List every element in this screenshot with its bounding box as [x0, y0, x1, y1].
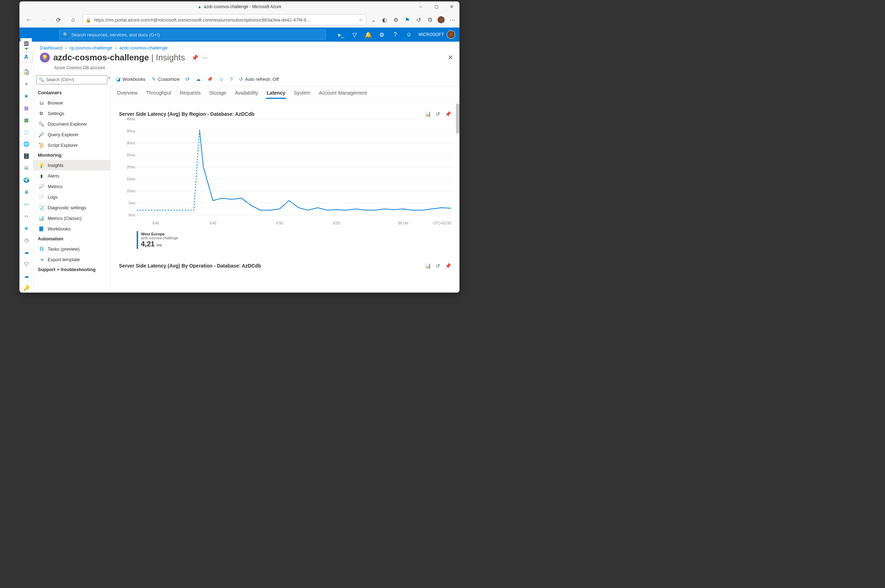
tab-requests[interactable]: Requests: [179, 88, 201, 99]
settings-icon[interactable]: ⚙: [378, 30, 386, 39]
key-icon[interactable]: 🔑: [22, 284, 31, 292]
all-services-icon[interactable]: ≡: [22, 80, 31, 88]
cmd-workbooks[interactable]: ◪Workbooks: [116, 76, 146, 82]
shield-icon[interactable]: 🛡: [22, 260, 31, 268]
url-bar[interactable]: 🔒 https://ms.portal.azure.com/#@microsof…: [82, 14, 366, 26]
metrics-icon[interactable]: 📊: [425, 111, 431, 117]
maximize-button[interactable]: ▢: [428, 2, 444, 12]
cloud-up-icon[interactable]: ☁: [22, 248, 31, 256]
app-services-icon[interactable]: ◫: [22, 128, 31, 136]
nav-item-export-template[interactable]: ⇥Export template: [33, 254, 110, 265]
forward-button[interactable]: →: [38, 14, 49, 26]
home-button[interactable]: ⌂: [68, 14, 79, 26]
resources-green-icon[interactable]: ▦: [22, 116, 31, 124]
ext2-icon[interactable]: ⚙: [392, 16, 400, 23]
nav-item-settings[interactable]: ⚙Settings: [33, 108, 110, 118]
nav-item-logs[interactable]: 📄Logs: [33, 192, 110, 202]
resource-nav-search[interactable]: 🔍 Search (Ctrl+/): [36, 75, 107, 84]
nav-item-browse[interactable]: 🗂Browse: [33, 98, 110, 108]
ext1-icon[interactable]: ◐: [381, 16, 388, 23]
active-tab-azure[interactable]: A: [20, 51, 33, 63]
cmd-pin[interactable]: 📌: [207, 76, 213, 82]
content: 🔍 Search (Ctrl+/) « Containers 🗂Browse ⚙…: [33, 72, 460, 292]
pocket-icon[interactable]: ⌄: [370, 16, 377, 23]
cmd-help[interactable]: ?: [230, 76, 233, 82]
new-tab-button[interactable]: ＋: [21, 65, 31, 75]
metrics-icon: 📈: [39, 184, 44, 189]
tab-availability[interactable]: Availability: [234, 88, 259, 99]
monitor-icon[interactable]: 🖥: [22, 188, 31, 196]
cmd-cloud[interactable]: ☁: [196, 76, 201, 82]
nav-item-workbooks[interactable]: 📘Workbooks: [33, 224, 110, 234]
history-icon[interactable]: ↺: [415, 16, 422, 23]
nav-item-query-explorer[interactable]: 🔎Query Explorer: [33, 129, 110, 140]
tab-storage[interactable]: Storage: [208, 88, 227, 99]
resources-purple-icon[interactable]: ▦: [22, 104, 31, 112]
azure-search[interactable]: 🔍: [59, 30, 326, 39]
globe-icon[interactable]: 🌐: [22, 140, 31, 148]
tab-throughput[interactable]: Throughput: [145, 88, 172, 99]
metrics-icon[interactable]: 📊: [425, 263, 431, 268]
nav-item-tasks[interactable]: ⛓Tasks (preview): [33, 243, 110, 254]
cloudshell-icon[interactable]: ▸_: [337, 30, 345, 39]
code-icon[interactable]: ‹›: [22, 212, 31, 220]
reload-button[interactable]: ⟳: [53, 14, 64, 26]
cmd-autorefresh[interactable]: ↺Auto refresh: Off: [239, 76, 279, 82]
ext3-icon[interactable]: ⚑: [404, 16, 411, 23]
collections-icon[interactable]: ⧉: [426, 16, 433, 23]
feedback-icon[interactable]: ☺: [405, 30, 413, 39]
tab-system[interactable]: System: [293, 88, 311, 99]
teal-icon[interactable]: ▭: [22, 200, 31, 208]
tab-overview[interactable]: Overview: [116, 88, 138, 99]
help-icon[interactable]: ?: [391, 30, 399, 39]
history-icon[interactable]: ↺: [436, 111, 440, 117]
cmd-feedback[interactable]: ☺: [219, 76, 224, 82]
vertical-tabs-icon[interactable]: ▥: [21, 38, 32, 48]
storage-icon[interactable]: 🏛: [22, 164, 31, 172]
close-blade-button[interactable]: ✕: [448, 54, 453, 62]
nav-item-document-explorer[interactable]: 🔍Document Explorer: [33, 118, 110, 129]
breadcrumb-dashboard[interactable]: Dashboard: [40, 45, 63, 51]
gauge-icon[interactable]: ◷: [22, 236, 31, 244]
sql-icon[interactable]: 🗄️: [22, 152, 31, 160]
favorite-icon[interactable]: ☆: [359, 17, 363, 22]
pin-chart-icon[interactable]: 📌: [445, 111, 451, 117]
expand-nav-icon[interactable]: »: [68, 53, 71, 58]
chart-legend: West Europe azdc-cosmos-challenge 4,21 m…: [137, 231, 451, 249]
nav-item-alerts[interactable]: ▮Alerts: [33, 171, 110, 181]
scrollbar-thumb[interactable]: [456, 104, 460, 134]
breadcrumb-resource[interactable]: azdc-cosmos-challenge: [119, 45, 168, 51]
more-dots-icon[interactable]: ⋯: [202, 54, 208, 61]
pin-icon[interactable]: 📌: [191, 54, 198, 61]
resource-nav: 🔍 Search (Ctrl+/) « Containers 🗂Browse ⚙…: [33, 72, 111, 292]
nav-item-insights[interactable]: 💡Insights: [33, 160, 110, 171]
filter-icon[interactable]: ▽: [351, 30, 358, 39]
cloud-down-icon[interactable]: ☁: [22, 272, 31, 280]
history-icon[interactable]: ↺: [436, 263, 440, 268]
cmd-refresh[interactable]: ⟳: [186, 76, 190, 82]
url-text: https://ms.portal.azure.com/#@microsoft.…: [94, 17, 356, 22]
world-icon[interactable]: 🌍: [22, 176, 31, 184]
cmd-customize[interactable]: ✎Customize: [152, 76, 179, 82]
gem-icon[interactable]: ◆: [22, 224, 31, 232]
azure-search-input[interactable]: [71, 32, 322, 38]
nav-item-script-explorer[interactable]: 📜Script Explorer: [33, 140, 110, 150]
breadcrumb-rg[interactable]: rg-cosmos-challenge: [69, 45, 112, 51]
profile-icon[interactable]: [437, 16, 445, 23]
more-icon[interactable]: ⋯: [449, 16, 456, 23]
nav-item-metrics[interactable]: 📈Metrics: [33, 181, 110, 192]
nav-section-support: Support + troubleshooting: [33, 265, 110, 274]
back-button[interactable]: ←: [23, 14, 34, 26]
account-area[interactable]: MICROSOFT: [418, 30, 455, 39]
close-button[interactable]: ✕: [444, 2, 460, 12]
smiley-icon: ☺: [219, 76, 224, 82]
minimize-button[interactable]: ─: [413, 2, 428, 12]
nav-item-metrics-classic[interactable]: 📊Metrics (Classic): [33, 213, 110, 224]
pin-chart-icon[interactable]: 📌: [445, 263, 451, 268]
tab-latency[interactable]: Latency: [266, 88, 286, 99]
nav-item-diagnostic-settings[interactable]: 🩺Diagnostic settings: [33, 202, 110, 213]
notifications-icon[interactable]: 🔔: [364, 30, 372, 39]
favorites-star-icon[interactable]: ★: [22, 92, 31, 100]
tab-account-management[interactable]: Account Management: [318, 88, 368, 99]
collapse-nav-icon[interactable]: «: [108, 75, 111, 80]
